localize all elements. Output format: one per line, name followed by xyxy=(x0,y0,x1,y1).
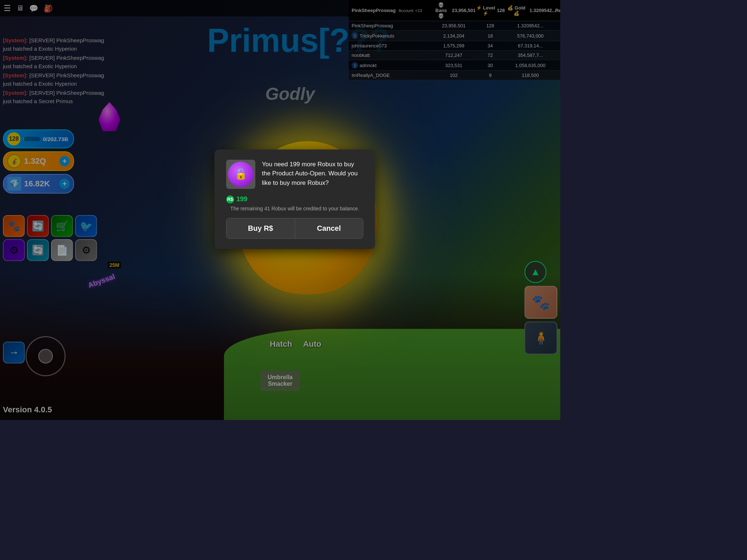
cancel-button[interactable]: Cancel xyxy=(295,218,363,238)
robux-amount: 199 xyxy=(236,195,247,203)
modal-credit-note: The remaining 41 Robux will be credited … xyxy=(226,206,363,211)
modal-body: 🔓 You need 199 more Robux to buy the Pro… xyxy=(226,160,363,189)
modal-product-icon: 🔓 xyxy=(228,162,253,187)
modal-product-image: 🔓 xyxy=(226,160,255,189)
robux-icon: R$ xyxy=(226,195,234,203)
robux-row: R$ 199 xyxy=(226,195,363,203)
modal-buttons: Buy R$ Cancel xyxy=(226,218,363,239)
modal-message: You need 199 more Robux to buy the Produ… xyxy=(262,160,363,188)
modal-overlay: 🔓 You need 199 more Robux to buy the Pro… xyxy=(0,0,560,420)
buy-robux-button[interactable]: Buy R$ xyxy=(227,218,295,238)
modal-dialog: 🔓 You need 199 more Robux to buy the Pro… xyxy=(214,149,375,249)
